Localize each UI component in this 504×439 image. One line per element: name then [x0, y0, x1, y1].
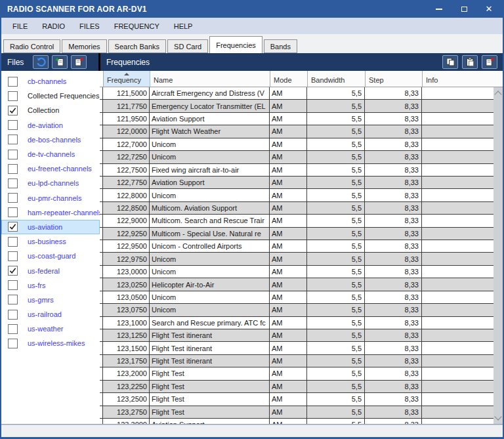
file-checkbox[interactable]: [8, 178, 18, 188]
file-label[interactable]: Collection: [28, 106, 59, 114]
file-checkbox[interactable]: [8, 266, 18, 276]
file-label[interactable]: us-frs: [28, 282, 46, 289]
file-item[interactable]: us-weather: [1, 322, 100, 336]
file-label[interactable]: de-bos-channels: [28, 136, 81, 144]
paste-button[interactable]: [462, 55, 478, 69]
file-checkbox[interactable]: [8, 77, 18, 87]
tab-bands[interactable]: Bands: [264, 39, 297, 53]
file-label[interactable]: us-railroad: [28, 310, 62, 318]
file-item[interactable]: ham-repeater-channels: [1, 205, 100, 220]
file-label[interactable]: ham-repeater-channels: [28, 209, 100, 217]
table-row[interactable]: 123,2750Flight TestAM5,58,33: [100, 406, 494, 419]
file-item[interactable]: us-frs: [1, 278, 100, 293]
file-item[interactable]: us-coast-guard: [1, 249, 100, 263]
table-row[interactable]: 122,9750UnicomAM5,58,33: [100, 253, 494, 265]
file-item[interactable]: eu-freenet-channels: [1, 161, 100, 176]
menu-item-radio[interactable]: RADIO: [35, 22, 72, 30]
menu-item-frequency[interactable]: FREQUENCY: [107, 22, 167, 30]
table-row[interactable]: 122,7500Fixed wing aircraft air-to-airAM…: [100, 164, 494, 177]
scroll-down-icon[interactable]: [494, 413, 501, 420]
file-item[interactable]: cb-channels: [1, 74, 100, 89]
column-header-mode[interactable]: Mode: [270, 71, 308, 87]
file-checkbox[interactable]: [8, 295, 18, 304]
file-label[interactable]: cb-channels: [28, 77, 66, 85]
file-label[interactable]: us-coast-guard: [28, 252, 75, 260]
table-row[interactable]: 122,8000UnicomAM5,58,33: [100, 189, 494, 201]
table-row[interactable]: 123,2250Flight TestAM5,58,33: [100, 381, 494, 393]
close-button[interactable]: ✕: [484, 5, 494, 14]
tab-sd-card[interactable]: SD Card: [167, 39, 208, 53]
table-row[interactable]: 123,0250Helicopter Air-to-AirAM5,58,33: [100, 278, 494, 291]
file-label[interactable]: de-aviation: [28, 121, 63, 129]
menu-item-help[interactable]: HELP: [167, 22, 200, 30]
menu-item-files[interactable]: FILES: [72, 22, 107, 30]
file-item[interactable]: us-railroad: [1, 307, 100, 322]
table-row[interactable]: 121,5000Aircraft Emergency and Distress …: [100, 87, 494, 100]
scroll-up-icon[interactable]: [494, 91, 501, 98]
file-checkbox[interactable]: [8, 164, 18, 174]
file-label[interactable]: Collected Frequencies: [28, 92, 99, 100]
minimize-button[interactable]: [434, 5, 444, 14]
vertical-scrollbar[interactable]: [494, 87, 503, 424]
table-row[interactable]: 122,9250Multicom - Special Use. Natural …: [100, 228, 494, 240]
file-item[interactable]: us-gmrs: [1, 293, 100, 307]
table-row[interactable]: 121,9500Aviation SupportAM5,58,33: [100, 113, 494, 125]
table-row[interactable]: 123,0000UnicomAM5,58,33: [100, 266, 494, 278]
table-row[interactable]: 122,0000Flight Watch WeatherAM5,58,33: [100, 125, 494, 138]
file-checkbox[interactable]: [8, 193, 18, 203]
table-row[interactable]: 123,0750UnicomAM5,58,33: [100, 304, 494, 316]
file-checkbox[interactable]: [8, 91, 18, 101]
table-row[interactable]: 121,7750Emergency Locator Transmitter (E…: [100, 100, 494, 112]
table-row[interactable]: 122,8500Multicom. Aviation SupportAM5,58…: [100, 202, 494, 215]
table-row[interactable]: 122,9500Unicom - Controlled AirportsAM5,…: [100, 240, 494, 253]
file-item[interactable]: de-aviation: [1, 118, 100, 133]
table-row[interactable]: 123,1250Flight Test itinerantAM5,58,33: [100, 329, 494, 342]
file-label[interactable]: us-federal: [28, 267, 60, 275]
tab-frequencies[interactable]: Frequencies: [209, 36, 262, 53]
remove-file-button[interactable]: [71, 55, 87, 69]
file-item[interactable]: us-business: [1, 234, 100, 249]
table-row[interactable]: 123,1750Flight Test itinerantAM5,58,33: [100, 355, 494, 367]
table-row[interactable]: 123,2500Flight TestAM5,58,33: [100, 393, 494, 406]
file-label[interactable]: us-aviation: [28, 223, 62, 231]
delete-row-button[interactable]: [482, 55, 497, 69]
table-row[interactable]: 122,7000UnicomAM5,58,33: [100, 138, 494, 151]
file-item[interactable]: eu-pmr-channels: [1, 191, 100, 205]
tab-memories[interactable]: Memories: [62, 39, 106, 53]
file-label[interactable]: eu-pmr-channels: [28, 194, 82, 202]
file-label[interactable]: eu-freenet-channels: [28, 165, 92, 173]
file-checkbox[interactable]: [8, 150, 18, 159]
file-label[interactable]: us-wireless-mikes: [28, 339, 85, 347]
file-item[interactable]: de-tv-channels: [1, 147, 100, 161]
file-checkbox[interactable]: [8, 207, 18, 217]
table-row[interactable]: 123,1500Flight Test itinerantAM5,58,33: [100, 342, 494, 354]
file-label[interactable]: eu-lpd-channels: [28, 179, 79, 187]
table-row[interactable]: 123,3000Aviation SupportAM5,58,33: [100, 419, 494, 424]
file-item[interactable]: us-federal: [1, 263, 100, 278]
file-item[interactable]: us-wireless-mikes: [1, 336, 100, 350]
file-item[interactable]: Collected Frequencies: [1, 89, 100, 103]
copy-button[interactable]: [442, 55, 458, 69]
file-checkbox[interactable]: [8, 280, 18, 290]
table-row[interactable]: 123,2000Flight TestAM5,58,33: [100, 367, 494, 380]
column-header-frequency[interactable]: Frequency: [104, 71, 150, 87]
file-label[interactable]: us-weather: [28, 325, 63, 333]
file-item[interactable]: us-aviation: [1, 220, 100, 234]
column-header-bandwidth[interactable]: Bandwidth: [308, 71, 366, 87]
refresh-button[interactable]: [33, 55, 49, 69]
file-item[interactable]: Collection: [1, 103, 100, 117]
file-checkbox[interactable]: [8, 237, 18, 247]
column-header-info[interactable]: Info: [423, 71, 503, 87]
tab-radio-control[interactable]: Radio Control: [3, 39, 60, 53]
file-label[interactable]: us-business: [28, 238, 66, 245]
file-checkbox[interactable]: [8, 324, 18, 334]
maximize-button[interactable]: [459, 5, 469, 14]
table-row[interactable]: 122,9000Multicom. Search and Rescue Trai…: [100, 215, 494, 227]
table-row[interactable]: 122,7750Aviation SupportAM5,58,33: [100, 177, 494, 189]
file-label[interactable]: us-gmrs: [28, 296, 54, 304]
file-checkbox[interactable]: [8, 106, 18, 115]
file-checkbox[interactable]: [8, 251, 18, 261]
file-checkbox[interactable]: [8, 135, 18, 144]
file-item[interactable]: de-bos-channels: [1, 133, 100, 147]
add-file-button[interactable]: [52, 55, 68, 69]
